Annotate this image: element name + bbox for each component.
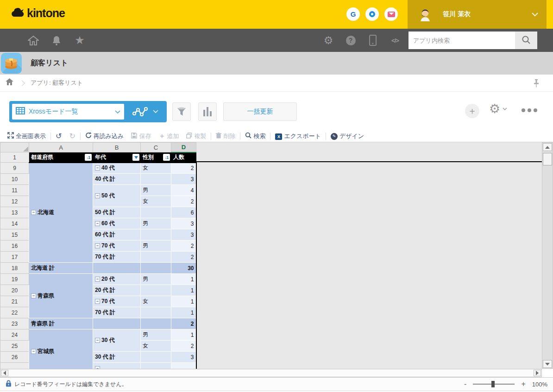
cell-C24[interactable]: 男 <box>141 329 171 341</box>
column-header-C[interactable]: C <box>141 143 171 152</box>
cell-B23[interactable] <box>93 318 141 329</box>
cell-D22[interactable]: 1 <box>171 307 196 318</box>
row-header-21[interactable]: 21 <box>0 296 29 307</box>
cell-Cx[interactable] <box>141 363 171 369</box>
cell-D24[interactable]: 1 <box>171 329 196 341</box>
cell-B9[interactable]: −40 代 <box>93 163 141 174</box>
row-header-11[interactable]: 11 <box>0 185 29 196</box>
cell-B18[interactable] <box>93 263 141 274</box>
scroll-right-button[interactable] <box>534 370 541 376</box>
sheet-toolbar-search-button[interactable]: 検索 <box>241 131 269 141</box>
cell-B26[interactable]: 30 代 計 <box>93 352 141 363</box>
cell-C12[interactable]: 女 <box>141 196 171 207</box>
cell-D20[interactable]: 1 <box>171 285 196 296</box>
select-all-corner[interactable] <box>0 143 29 152</box>
cell-B21[interactable]: −70 代 <box>93 296 141 307</box>
row-header-9[interactable]: 9 <box>0 163 29 174</box>
cell-D18[interactable]: 30 <box>171 263 196 274</box>
cell-B14[interactable]: −60 代 <box>93 218 141 229</box>
cell-B11[interactable]: −50 代 <box>93 185 141 207</box>
code-icon[interactable]: </> <box>389 34 402 47</box>
cell-C13[interactable] <box>141 207 171 218</box>
cell-A18[interactable]: 北海道 計 <box>29 263 93 274</box>
filter-sort-icon[interactable]: ↓1 <box>85 154 92 161</box>
cell-B19[interactable]: −20 代 <box>93 274 141 285</box>
cell-Bx[interactable]: − <box>93 363 141 369</box>
row-header-14[interactable]: 14 <box>0 218 29 229</box>
cell-D11[interactable]: 4 <box>171 185 196 196</box>
cell-B10[interactable]: 40 代 計 <box>93 174 141 185</box>
zoom-slider-handle[interactable] <box>491 381 495 387</box>
cell-C26[interactable] <box>141 352 171 363</box>
more-options-button[interactable] <box>522 108 537 112</box>
collapse-group-icon[interactable]: − <box>31 210 36 215</box>
row-header-24[interactable]: 24 <box>0 329 29 341</box>
sheet-toolbar-reload-button[interactable]: 再読み込み <box>82 131 128 141</box>
horizontal-scrollbar[interactable] <box>0 369 542 377</box>
collapse-group-icon[interactable]: − <box>95 165 100 171</box>
cell-C20[interactable] <box>141 285 171 296</box>
cell-C21[interactable]: 女 <box>141 296 171 307</box>
row-header-20[interactable]: 20 <box>0 285 29 296</box>
filter-dropdown-icon[interactable] <box>132 154 139 161</box>
collapse-group-icon[interactable]: − <box>95 221 100 226</box>
cell-B20[interactable]: 20 代 計 <box>93 285 141 296</box>
mobile-device-icon[interactable] <box>366 34 379 47</box>
cell-C23[interactable] <box>141 318 171 329</box>
row-header-22[interactable]: 22 <box>0 307 29 318</box>
row-header-26[interactable]: 26 <box>0 352 29 363</box>
cell-D14[interactable]: 3 <box>171 218 196 229</box>
collapse-group-icon[interactable]: − <box>95 338 100 343</box>
row-header-23[interactable]: 23 <box>0 318 29 329</box>
app-icon-pancakes[interactable] <box>1 53 22 74</box>
column-header-A[interactable]: A <box>29 143 93 152</box>
mail-service-icon[interactable] <box>384 7 398 21</box>
scroll-up-button[interactable] <box>543 143 552 151</box>
cell-B24[interactable]: −30 代 <box>93 329 141 352</box>
cell-D16[interactable]: 2 <box>171 240 196 252</box>
row-header-16[interactable]: 16 <box>0 240 29 252</box>
help-icon[interactable]: ? <box>344 34 357 47</box>
hamburger-menu-icon[interactable] <box>5 34 17 47</box>
collapse-group-icon[interactable]: − <box>31 349 36 354</box>
cell-A9[interactable]: −北海道 <box>29 163 93 263</box>
cell-D10[interactable]: 3 <box>171 174 196 185</box>
row-header-25[interactable]: 25 <box>0 341 29 352</box>
cell-A19[interactable]: −青森県 <box>29 274 93 318</box>
kintone-logo[interactable]: kintone <box>11 6 65 20</box>
sheet-toolbar-export-button[interactable]: Xエクスポート <box>271 131 325 141</box>
cell-C14[interactable]: 男 <box>141 218 171 229</box>
home-icon[interactable] <box>27 34 40 47</box>
cell-C9[interactable]: 女 <box>141 163 171 174</box>
collapse-group-icon[interactable]: − <box>95 277 100 282</box>
filter-button[interactable] <box>172 102 191 121</box>
bulk-update-button[interactable]: 一括更新 <box>223 102 297 121</box>
column-header-B[interactable]: B <box>93 143 141 152</box>
app-settings-button[interactable]: ⚙ <box>489 103 507 115</box>
collapse-group-icon[interactable]: − <box>95 243 100 248</box>
row-header-19[interactable]: 19 <box>0 274 29 285</box>
pin-icon[interactable] <box>531 78 542 89</box>
user-menu[interactable]: 笹川 茉衣 <box>408 0 547 29</box>
row-header-1[interactable]: 1 <box>0 152 29 163</box>
cell-B17[interactable]: 70 代 計 <box>93 252 141 263</box>
cell-D23[interactable]: 2 <box>171 318 196 329</box>
cell-D25[interactable]: 2 <box>171 341 196 352</box>
filter-sort-icon[interactable]: ↓1 <box>163 154 170 161</box>
ring-service-icon[interactable] <box>365 7 379 21</box>
collapse-group-icon[interactable]: − <box>95 299 100 304</box>
add-record-button[interactable]: ＋ <box>465 104 479 118</box>
cell-C17[interactable] <box>141 252 171 263</box>
app-search-input[interactable] <box>408 32 515 49</box>
row-header-12[interactable]: 12 <box>0 196 29 207</box>
collapse-group-icon[interactable]: − <box>31 293 36 298</box>
cell-D19[interactable]: 1 <box>171 274 196 285</box>
row-header-15[interactable]: 15 <box>0 229 29 240</box>
sheet-toolbar-design-button[interactable]: ✎デザイン <box>327 131 368 141</box>
cell-B15[interactable]: 60 代 計 <box>93 229 141 240</box>
sheet-toolbar-undo-button[interactable]: ↺ <box>52 131 65 141</box>
row-header-10[interactable]: 10 <box>0 174 29 185</box>
collapse-group-icon[interactable]: − <box>95 193 100 198</box>
cell-C16[interactable]: 男 <box>141 240 171 252</box>
cell-D9[interactable]: 2 <box>171 163 196 174</box>
